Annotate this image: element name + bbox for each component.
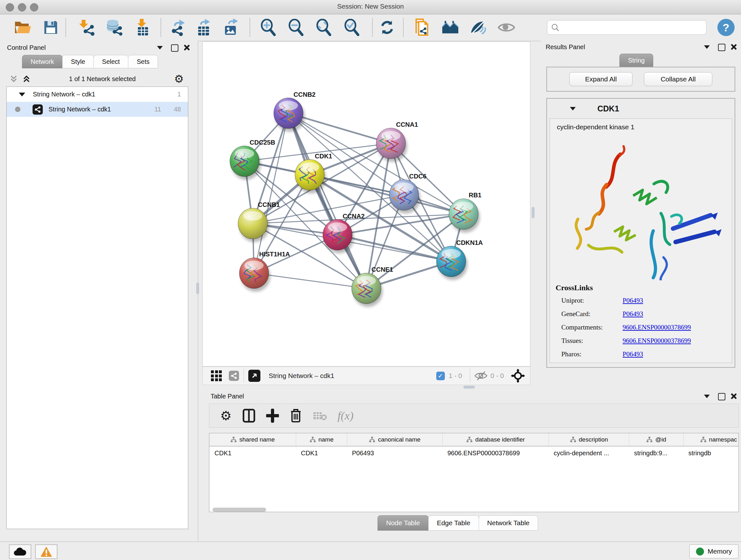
network-canvas[interactable]: CCNB2 CCNA1 CDC25B CDK1 CDC6	[202, 42, 530, 367]
collection-expand-icon[interactable]	[19, 92, 25, 97]
right-splitter-handle[interactable]	[532, 207, 535, 219]
edge-CCNA2-CDKN1A[interactable]	[338, 235, 451, 261]
tab-network-table[interactable]: Network Table	[479, 515, 538, 531]
birdseye-crosshair-icon[interactable]	[511, 369, 525, 383]
column-header[interactable]: description	[549, 433, 629, 446]
selected-checkbox[interactable]: ✓	[436, 372, 445, 380]
delete-column-icon[interactable]	[290, 408, 302, 423]
help-button[interactable]: ?	[718, 19, 735, 36]
search-icon	[551, 23, 559, 32]
string-home-button[interactable]	[442, 19, 459, 36]
tab-node-table[interactable]: Node Table	[378, 515, 428, 531]
column-header[interactable]: namespac	[683, 433, 739, 446]
network-row-selected[interactable]: String Network – cdk1 11 48	[7, 102, 188, 117]
cytoscape-window: { "window": {"title": "Session: New Sess…	[0, 0, 741, 560]
node-CCNA1[interactable]: CCNA1	[376, 121, 418, 162]
zoom-selected-button[interactable]	[343, 19, 360, 36]
crosslink-link[interactable]: P06493	[623, 297, 643, 305]
show-hidden-button[interactable]	[498, 19, 515, 36]
export-image-button[interactable]	[223, 19, 240, 36]
enhanced-labels-button[interactable]	[470, 19, 487, 36]
open-folder-icon	[14, 20, 31, 35]
panel-float-icon[interactable]	[171, 44, 179, 52]
crosslink-link[interactable]: P06493	[623, 310, 643, 318]
left-splitter-handle[interactable]	[196, 283, 199, 294]
node-RB1[interactable]: RB1	[449, 192, 482, 233]
panel-close-icon[interactable]	[730, 44, 737, 51]
hidden-eye-slash-icon[interactable]	[475, 371, 487, 381]
edge-CCNB2-HIST1H1A[interactable]	[254, 113, 288, 273]
zoom-fit-button[interactable]	[315, 19, 332, 36]
eye-icon	[498, 21, 515, 34]
refresh-button[interactable]	[379, 19, 396, 36]
warning-status-button[interactable]	[35, 544, 57, 559]
network-options-gear-icon[interactable]: ⚙	[174, 72, 184, 85]
collapse-all-chevrons-icon[interactable]	[10, 75, 18, 83]
crosslink-link[interactable]: P06493	[623, 350, 643, 358]
tab-sets[interactable]: Sets	[128, 55, 158, 68]
panel-close-icon[interactable]	[730, 393, 737, 400]
crosslink-label: Tissues:	[561, 337, 623, 345]
table-horizontal-scrollbar[interactable]	[212, 508, 266, 512]
collapse-all-button[interactable]: Collapse All	[644, 72, 712, 86]
export-network-button[interactable]	[168, 19, 185, 36]
import-table-button[interactable]	[134, 19, 151, 36]
network-view-toolbar: String Network – cdk1 ✓ 1 - 0 0 - 0	[202, 367, 530, 385]
section-collapse-icon[interactable]	[570, 107, 576, 111]
crosslink-link[interactable]: 9606.ENSP00000378699	[623, 337, 691, 345]
network-graph[interactable]: CCNB2 CCNA1 CDC25B CDK1 CDC6	[203, 42, 530, 366]
edge-CCNB2-CCNE1[interactable]	[288, 113, 366, 289]
memory-button[interactable]: Memory	[689, 544, 738, 558]
open-session-button[interactable]	[14, 19, 31, 36]
column-header[interactable]: canonical name	[347, 433, 442, 446]
network-collection-row[interactable]: String Network – cdk1 1	[7, 87, 188, 102]
panel-float-icon[interactable]	[718, 44, 725, 51]
search-field[interactable]	[547, 20, 706, 35]
expand-all-chevrons-icon[interactable]	[22, 75, 30, 83]
node-HIST1H1A[interactable]: HIST1H1A	[239, 251, 290, 292]
edge-CCNE1-HIST1H1A[interactable]	[254, 273, 366, 288]
show-columns-icon[interactable]	[243, 409, 255, 423]
column-header[interactable]: shared name	[209, 433, 296, 446]
cloud-status-button[interactable]	[9, 544, 31, 559]
node-CDC6[interactable]: CDC6	[389, 173, 426, 213]
crosslink-row: Tissues: 9606.ENSP00000378699	[556, 337, 732, 345]
tab-string[interactable]: String	[619, 54, 653, 67]
bottom-splitter-handle[interactable]	[463, 386, 475, 388]
import-network-file-button[interactable]	[78, 19, 95, 36]
title-bar: Session: New Session	[0, 0, 741, 14]
tab-select[interactable]: Select	[93, 55, 129, 68]
tab-style[interactable]: Style	[62, 55, 93, 68]
zoom-out-button[interactable]	[287, 19, 304, 36]
panel-menu-icon[interactable]	[157, 46, 163, 50]
clone-network-button[interactable]	[413, 19, 430, 36]
network-list-toolbar: 1 of 1 Network selected ⚙	[6, 71, 188, 86]
expand-all-button[interactable]: Expand All	[569, 72, 632, 86]
tab-network[interactable]: Network	[22, 55, 63, 68]
node-CDK1[interactable]: CDK1	[295, 152, 332, 193]
panel-close-icon[interactable]	[183, 44, 190, 51]
zoom-in-button[interactable]	[259, 19, 276, 36]
crosslink-label: Uniprot:	[561, 297, 623, 305]
grid-view-icon[interactable]	[211, 370, 222, 381]
add-column-icon[interactable]	[266, 409, 279, 423]
export-table-button[interactable]	[195, 19, 212, 36]
node-result-header[interactable]: CDK1	[547, 99, 735, 118]
column-header[interactable]: database identifier	[442, 433, 549, 446]
protein-structure-image	[558, 137, 731, 280]
column-header[interactable]: @id	[629, 433, 683, 446]
network-type-share-icon[interactable]	[229, 371, 239, 381]
tab-edge-table[interactable]: Edge Table	[428, 515, 479, 531]
network-selection-status: 1 of 1 Network selected	[30, 75, 174, 83]
import-network-database-button[interactable]	[105, 19, 123, 36]
save-session-button[interactable]	[42, 19, 59, 36]
column-header[interactable]: name	[296, 433, 347, 446]
table-row[interactable]: CDK1 CDK1 P06493 9606.ENSP00000378699 cy…	[209, 446, 738, 460]
search-input[interactable]	[562, 23, 706, 32]
panel-menu-icon[interactable]	[704, 395, 710, 398]
open-in-window-icon[interactable]	[248, 370, 260, 382]
panel-menu-icon[interactable]	[704, 45, 710, 49]
crosslink-link[interactable]: 9606.ENSP00000378699	[623, 323, 691, 331]
panel-float-icon[interactable]	[718, 393, 725, 400]
table-options-gear-icon[interactable]: ⚙	[220, 408, 232, 423]
